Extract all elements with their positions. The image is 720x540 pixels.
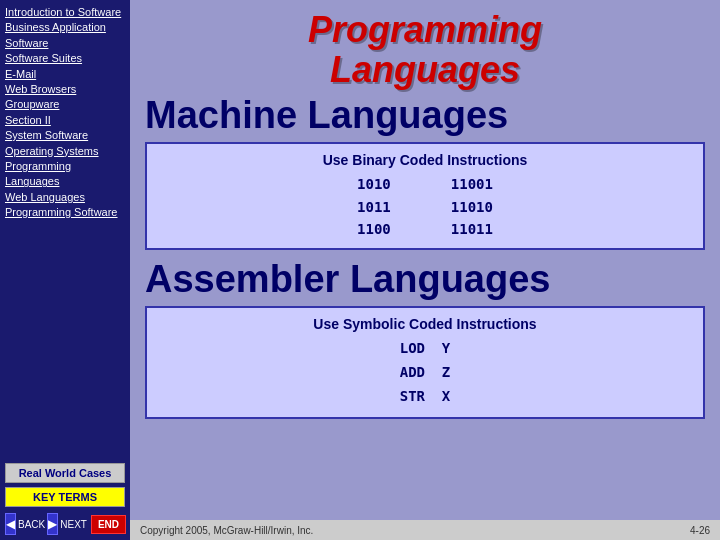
binary-code-row: 11010 (451, 196, 493, 218)
binary-code-row: 11011 (451, 218, 493, 240)
real-world-cases-button[interactable]: Real World Cases (5, 463, 125, 483)
binary-code-table: 1010 1011 1100 11001 11010 11011 (162, 173, 688, 240)
binary-box: Use Binary Coded Instructions 1010 1011 … (145, 142, 705, 250)
sidebar-item-system-software[interactable]: System Software (5, 128, 125, 143)
binary-code-row: 1011 (357, 196, 391, 218)
sidebar-item-software-suites[interactable]: Software Suites (5, 51, 125, 66)
sidebar-item-intro-software[interactable]: Introduction to Software (5, 5, 125, 20)
sidebar-item-groupware[interactable]: Groupware (5, 97, 125, 112)
binary-code-row: 1100 (357, 218, 391, 240)
back-label: BACK (18, 519, 45, 530)
sidebar-item-operating-systems[interactable]: Operating Systems (5, 144, 125, 159)
key-terms-button[interactable]: KEY TERMS (5, 487, 125, 507)
end-button[interactable]: END (91, 515, 126, 534)
page-number: 4-26 (690, 525, 710, 536)
binary-code-row: 1010 (357, 173, 391, 195)
main-title: Programming Languages (145, 10, 705, 89)
next-button[interactable]: ▶ (47, 513, 58, 535)
sidebar-item-business-app[interactable]: Business Application Software (5, 20, 125, 51)
sidebar-item-web-browsers[interactable]: Web Browsers (5, 82, 125, 97)
binary-col1: 1010 1011 1100 (357, 173, 391, 240)
sidebar: Introduction to Software Business Applic… (0, 0, 130, 540)
copyright-text: Copyright 2005, McGraw-Hill/Irwin, Inc. (140, 525, 313, 536)
symbolic-line: STR X (162, 385, 688, 409)
symbolic-code: LOD Y ADD Z STR X (162, 337, 688, 408)
assembler-lang-title: Assembler Languages (145, 258, 705, 301)
next-label: NEXT (60, 519, 87, 530)
sidebar-item-programming-languages[interactable]: Programming Languages (5, 159, 125, 190)
binary-col2: 11001 11010 11011 (451, 173, 493, 240)
binary-box-title: Use Binary Coded Instructions (162, 152, 688, 168)
symbolic-line: LOD Y (162, 337, 688, 361)
binary-code-row: 11001 (451, 173, 493, 195)
main-content: Programming Languages Machine Languages … (130, 0, 720, 530)
sidebar-item-section-ii[interactable]: Section II (5, 113, 125, 128)
sidebar-item-email[interactable]: E-Mail (5, 67, 125, 82)
machine-lang-title: Machine Languages (145, 94, 705, 137)
symbolic-box: Use Symbolic Coded Instructions LOD Y AD… (145, 306, 705, 418)
back-button[interactable]: ◀ (5, 513, 16, 535)
title-area: Programming Languages (145, 10, 705, 89)
sidebar-item-programming-software[interactable]: Programming Software (5, 205, 125, 220)
footer: Copyright 2005, McGraw-Hill/Irwin, Inc. … (130, 520, 720, 540)
nav-buttons: ◀ BACK ▶ NEXT END (5, 513, 125, 535)
sidebar-nav: Introduction to Software Business Applic… (5, 5, 125, 455)
symbolic-line: ADD Z (162, 361, 688, 385)
sidebar-item-web-languages[interactable]: Web Languages (5, 190, 125, 205)
symbolic-box-title: Use Symbolic Coded Instructions (162, 316, 688, 332)
